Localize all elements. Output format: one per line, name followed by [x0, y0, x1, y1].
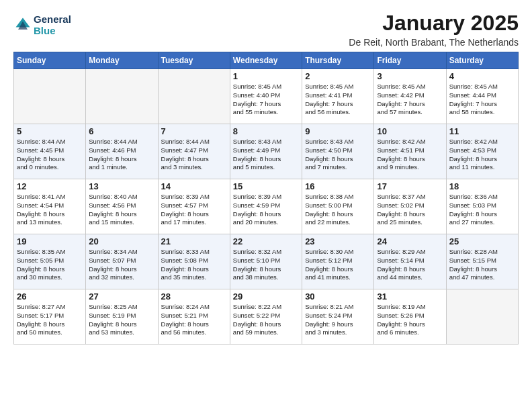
calendar-cell: 25Sunrise: 8:28 AM Sunset: 5:15 PM Dayli… — [446, 234, 518, 289]
day-info: Sunrise: 8:38 AM Sunset: 5:00 PM Dayligh… — [305, 193, 371, 227]
day-number: 5 — [17, 126, 83, 136]
day-info: Sunrise: 8:19 AM Sunset: 5:26 PM Dayligh… — [377, 303, 443, 337]
calendar-cell: 3Sunrise: 8:45 AM Sunset: 4:42 PM Daylig… — [374, 69, 446, 124]
day-info: Sunrise: 8:21 AM Sunset: 5:24 PM Dayligh… — [305, 303, 371, 337]
day-number: 15 — [233, 181, 299, 191]
logo-icon — [13, 15, 32, 34]
weekday-header-tuesday: Tuesday — [158, 52, 230, 69]
calendar-week-row: 5Sunrise: 8:44 AM Sunset: 4:45 PM Daylig… — [14, 124, 519, 179]
day-info: Sunrise: 8:42 AM Sunset: 4:51 PM Dayligh… — [377, 138, 443, 172]
calendar-cell: 31Sunrise: 8:19 AM Sunset: 5:26 PM Dayli… — [374, 289, 446, 345]
day-number: 21 — [161, 236, 227, 246]
calendar-cell: 30Sunrise: 8:21 AM Sunset: 5:24 PM Dayli… — [302, 289, 374, 345]
calendar-cell: 7Sunrise: 8:44 AM Sunset: 4:47 PM Daylig… — [158, 124, 230, 179]
weekday-header-monday: Monday — [86, 52, 158, 69]
calendar-week-row: 19Sunrise: 8:35 AM Sunset: 5:05 PM Dayli… — [14, 234, 519, 289]
calendar-cell: 27Sunrise: 8:25 AM Sunset: 5:19 PM Dayli… — [86, 289, 158, 345]
calendar-cell: 21Sunrise: 8:33 AM Sunset: 5:08 PM Dayli… — [158, 234, 230, 289]
day-number: 11 — [449, 126, 515, 136]
day-number: 31 — [377, 291, 443, 302]
calendar-cell: 2Sunrise: 8:45 AM Sunset: 4:41 PM Daylig… — [302, 69, 374, 124]
calendar-cell: 23Sunrise: 8:30 AM Sunset: 5:12 PM Dayli… — [302, 234, 374, 289]
day-number: 20 — [89, 236, 154, 246]
calendar-week-row: 26Sunrise: 8:27 AM Sunset: 5:17 PM Dayli… — [14, 289, 519, 345]
calendar-week-row: 1Sunrise: 8:45 AM Sunset: 4:40 PM Daylig… — [14, 69, 519, 124]
day-number: 4 — [449, 71, 515, 81]
calendar-cell: 10Sunrise: 8:42 AM Sunset: 4:51 PM Dayli… — [374, 124, 446, 179]
weekday-header-saturday: Saturday — [446, 52, 518, 69]
day-number: 28 — [161, 291, 227, 302]
day-number: 10 — [377, 126, 443, 136]
day-number: 16 — [305, 181, 371, 191]
day-number: 12 — [17, 181, 83, 191]
calendar-subtitle: De Reit, North Brabant, The Netherlands — [349, 37, 519, 48]
day-info: Sunrise: 8:29 AM Sunset: 5:14 PM Dayligh… — [377, 248, 443, 282]
day-info: Sunrise: 8:34 AM Sunset: 5:07 PM Dayligh… — [89, 248, 154, 282]
day-number: 18 — [449, 181, 515, 191]
day-info: Sunrise: 8:41 AM Sunset: 4:54 PM Dayligh… — [17, 193, 83, 227]
day-number: 30 — [305, 291, 371, 302]
calendar-cell: 24Sunrise: 8:29 AM Sunset: 5:14 PM Dayli… — [374, 234, 446, 289]
day-info: Sunrise: 8:24 AM Sunset: 5:21 PM Dayligh… — [161, 303, 227, 337]
day-number: 8 — [233, 126, 299, 136]
page: General Blue January 2025 De Reit, North… — [0, 0, 532, 351]
day-info: Sunrise: 8:33 AM Sunset: 5:08 PM Dayligh… — [161, 248, 227, 282]
day-info: Sunrise: 8:28 AM Sunset: 5:15 PM Dayligh… — [449, 248, 515, 282]
day-info: Sunrise: 8:39 AM Sunset: 4:57 PM Dayligh… — [161, 193, 227, 227]
calendar-table: SundayMondayTuesdayWednesdayThursdayFrid… — [13, 52, 519, 345]
day-number: 27 — [89, 291, 154, 302]
day-number: 3 — [377, 71, 443, 81]
day-info: Sunrise: 8:36 AM Sunset: 5:03 PM Dayligh… — [449, 193, 515, 227]
calendar-cell — [446, 289, 518, 345]
calendar-cell: 18Sunrise: 8:36 AM Sunset: 5:03 PM Dayli… — [446, 179, 518, 234]
calendar-title: January 2025 — [349, 11, 519, 36]
calendar-cell: 22Sunrise: 8:32 AM Sunset: 5:10 PM Dayli… — [230, 234, 302, 289]
day-number: 22 — [233, 236, 299, 246]
day-info: Sunrise: 8:44 AM Sunset: 4:47 PM Dayligh… — [161, 138, 227, 172]
calendar-cell: 1Sunrise: 8:45 AM Sunset: 4:40 PM Daylig… — [230, 69, 302, 124]
calendar-cell: 14Sunrise: 8:39 AM Sunset: 4:57 PM Dayli… — [158, 179, 230, 234]
day-number: 23 — [305, 236, 371, 246]
weekday-header-thursday: Thursday — [302, 52, 374, 69]
calendar-cell: 16Sunrise: 8:38 AM Sunset: 5:00 PM Dayli… — [302, 179, 374, 234]
calendar-cell: 12Sunrise: 8:41 AM Sunset: 4:54 PM Dayli… — [14, 179, 86, 234]
title-block: January 2025 De Reit, North Brabant, The… — [349, 11, 519, 48]
day-info: Sunrise: 8:37 AM Sunset: 5:02 PM Dayligh… — [377, 193, 443, 227]
calendar-cell: 9Sunrise: 8:43 AM Sunset: 4:50 PM Daylig… — [302, 124, 374, 179]
header: General Blue January 2025 De Reit, North… — [13, 11, 519, 48]
day-info: Sunrise: 8:25 AM Sunset: 5:19 PM Dayligh… — [89, 303, 154, 337]
weekday-header-friday: Friday — [374, 52, 446, 69]
day-number: 26 — [17, 291, 83, 302]
day-info: Sunrise: 8:32 AM Sunset: 5:10 PM Dayligh… — [233, 248, 299, 282]
day-info: Sunrise: 8:39 AM Sunset: 4:59 PM Dayligh… — [233, 193, 299, 227]
day-number: 29 — [233, 291, 299, 302]
calendar-cell: 13Sunrise: 8:40 AM Sunset: 4:56 PM Dayli… — [86, 179, 158, 234]
logo-text: General Blue — [34, 13, 71, 36]
calendar-cell — [158, 69, 230, 124]
calendar-cell — [14, 69, 86, 124]
calendar-cell: 11Sunrise: 8:42 AM Sunset: 4:53 PM Dayli… — [446, 124, 518, 179]
calendar-cell: 29Sunrise: 8:22 AM Sunset: 5:22 PM Dayli… — [230, 289, 302, 345]
logo: General Blue — [13, 13, 71, 36]
day-info: Sunrise: 8:22 AM Sunset: 5:22 PM Dayligh… — [233, 303, 299, 337]
day-info: Sunrise: 8:44 AM Sunset: 4:45 PM Dayligh… — [17, 138, 83, 172]
day-number: 2 — [305, 71, 371, 81]
calendar-cell: 6Sunrise: 8:44 AM Sunset: 4:46 PM Daylig… — [86, 124, 158, 179]
day-info: Sunrise: 8:45 AM Sunset: 4:40 PM Dayligh… — [233, 83, 299, 117]
day-number: 6 — [89, 126, 154, 136]
calendar-cell: 20Sunrise: 8:34 AM Sunset: 5:07 PM Dayli… — [86, 234, 158, 289]
calendar-cell: 26Sunrise: 8:27 AM Sunset: 5:17 PM Dayli… — [14, 289, 86, 345]
day-info: Sunrise: 8:45 AM Sunset: 4:44 PM Dayligh… — [449, 83, 515, 117]
weekday-header-sunday: Sunday — [14, 52, 86, 69]
calendar-cell: 28Sunrise: 8:24 AM Sunset: 5:21 PM Dayli… — [158, 289, 230, 345]
calendar-cell: 4Sunrise: 8:45 AM Sunset: 4:44 PM Daylig… — [446, 69, 518, 124]
day-info: Sunrise: 8:42 AM Sunset: 4:53 PM Dayligh… — [449, 138, 515, 172]
day-info: Sunrise: 8:43 AM Sunset: 4:50 PM Dayligh… — [305, 138, 371, 172]
calendar-week-row: 12Sunrise: 8:41 AM Sunset: 4:54 PM Dayli… — [14, 179, 519, 234]
day-number: 9 — [305, 126, 371, 136]
day-number: 7 — [161, 126, 227, 136]
weekday-header-row: SundayMondayTuesdayWednesdayThursdayFrid… — [14, 52, 519, 69]
day-info: Sunrise: 8:43 AM Sunset: 4:49 PM Dayligh… — [233, 138, 299, 172]
day-number: 25 — [449, 236, 515, 246]
calendar-cell — [86, 69, 158, 124]
